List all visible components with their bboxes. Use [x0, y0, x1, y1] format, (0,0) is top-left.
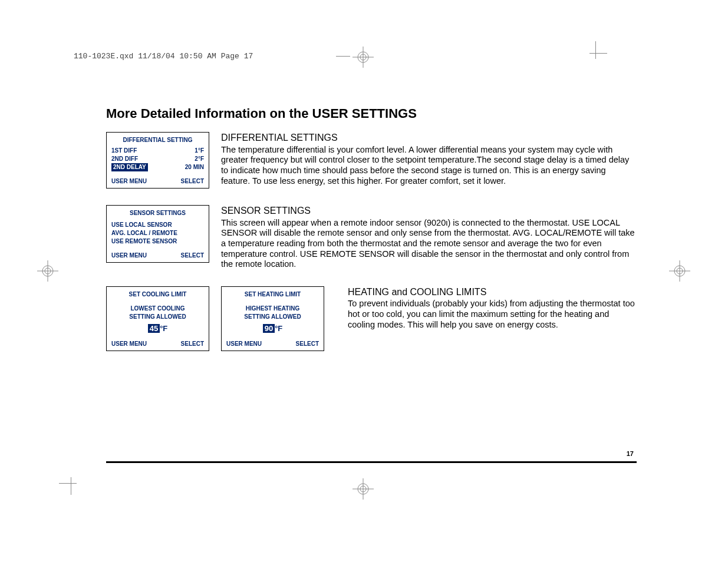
section-description: HEATING and COOLING LIMITS To prevent in… [348, 286, 637, 330]
registration-mark-icon [668, 259, 691, 283]
panel-footer-right: SELECT [181, 340, 204, 348]
panel-line: SETTING ALLOWED [111, 313, 204, 321]
panel-value-unit: °F [160, 324, 167, 333]
panel-footer-right: SELECT [181, 252, 204, 260]
page-title: More Detailed Information on the USER SE… [106, 106, 637, 121]
panel-footer-right: SELECT [181, 177, 204, 186]
panel-row-label: 2ND DIFF [111, 155, 138, 163]
panel-line: SETTING ALLOWED [226, 313, 319, 321]
page-divider [106, 461, 637, 463]
registration-mark-icon [351, 477, 375, 501]
section-description: DIFFERENTIAL SETTINGS The temperature di… [221, 132, 637, 186]
panel-value-number: 90 [263, 324, 275, 333]
section-body: The temperature differential is your com… [221, 145, 637, 187]
section-limits: SET COOLING LIMIT LOWEST COOLING SETTING… [106, 286, 637, 351]
panel-title: SET HEATING LIMIT [226, 290, 319, 299]
panel-footer-left: USER MENU [111, 252, 147, 260]
cooling-limit-panel: SET COOLING LIMIT LOWEST COOLING SETTING… [106, 286, 209, 351]
heating-limit-panel: SET HEATING LIMIT HIGHEST HEATING SETTIN… [221, 286, 324, 351]
panel-row-label-highlighted: 2ND DELAY [111, 163, 148, 171]
panel-footer: USER MENU SELECT [111, 340, 204, 348]
crop-mark-icon [589, 47, 613, 71]
panel-line: HIGHEST HEATING [226, 305, 319, 313]
differential-panel: DIFFERENTIAL SETTING 1ST DIFF 1°F 2ND DI… [106, 132, 209, 189]
section-differential: DIFFERENTIAL SETTING 1ST DIFF 1°F 2ND DI… [106, 132, 637, 189]
panel-options: USE LOCAL SENSOR AVG. LOCAL / REMOTE USE… [111, 221, 204, 246]
panel-footer-left: USER MENU [111, 340, 147, 348]
section-sensor: SENSOR SETTINGS USE LOCAL SENSOR AVG. LO… [106, 205, 637, 270]
panel-row: 2ND DELAY 20 MIN [111, 163, 204, 171]
registration-mark-icon [351, 45, 375, 69]
section-body: To prevent individuals (probably your ki… [348, 299, 637, 330]
section-heading: DIFFERENTIAL SETTINGS [221, 132, 637, 144]
panel-title: SET COOLING LIMIT [111, 290, 204, 299]
panel-option: AVG. LOCAL / REMOTE [111, 229, 204, 237]
section-heading: HEATING and COOLING LIMITS [348, 286, 637, 298]
page-content: More Detailed Information on the USER SE… [106, 106, 637, 368]
section-heading: SENSOR SETTINGS [221, 205, 637, 217]
panel-value-number: 45 [148, 324, 160, 333]
panel-row: 2ND DIFF 2°F [111, 155, 204, 163]
panel-row-value: 20 MIN [185, 163, 204, 171]
panel-option: USE REMOTE SENSOR [111, 237, 204, 246]
panel-row-value: 2°F [195, 155, 204, 163]
panel-title: DIFFERENTIAL SETTING [111, 136, 204, 144]
page-number: 17 [627, 450, 634, 457]
panel-row-value: 1°F [195, 147, 204, 155]
crop-line-icon [336, 56, 350, 57]
panel-footer: USER MENU SELECT [111, 252, 204, 260]
panel-value: 45°F [111, 323, 204, 334]
panel-line: LOWEST COOLING [111, 305, 204, 313]
panel-value: 90°F [226, 323, 319, 334]
section-body: This screen will appear when a remote in… [221, 218, 637, 270]
sensor-panel: SENSOR SETTINGS USE LOCAL SENSOR AVG. LO… [106, 205, 209, 263]
crop-mark-icon [53, 471, 77, 495]
panel-footer: USER MENU SELECT [226, 340, 319, 348]
panel-row-label: 1ST DIFF [111, 147, 137, 155]
panel-footer-left: USER MENU [226, 340, 262, 348]
panel-value-unit: °F [275, 324, 282, 333]
panel-row: 1ST DIFF 1°F [111, 147, 204, 155]
panel-option: USE LOCAL SENSOR [111, 221, 204, 229]
panel-title: SENSOR SETTINGS [111, 209, 204, 217]
registration-mark-icon [36, 259, 60, 283]
print-file-header: 110-1023E.qxd 11/18/04 10:50 AM Page 17 [74, 52, 253, 61]
panel-footer-left: USER MENU [111, 177, 147, 186]
panel-footer: USER MENU SELECT [111, 177, 204, 186]
section-description: SENSOR SETTINGS This screen will appear … [221, 205, 637, 270]
panel-footer-right: SELECT [296, 340, 319, 348]
